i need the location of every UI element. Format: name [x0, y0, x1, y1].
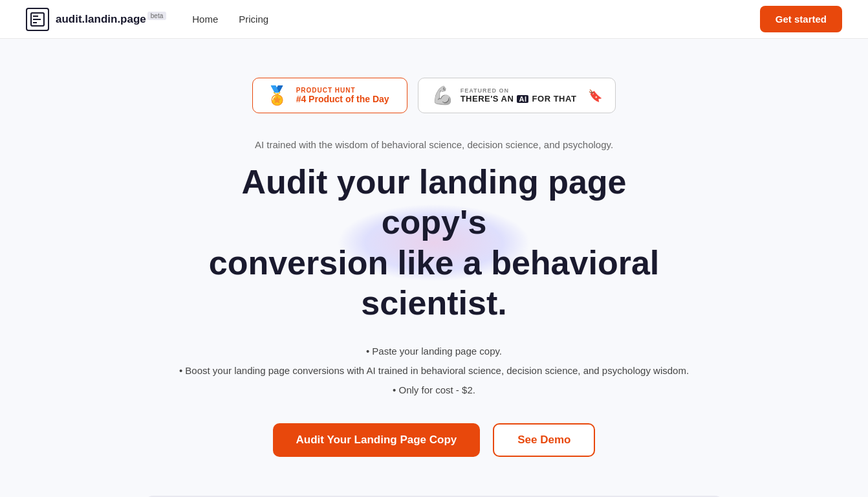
ai-for-that-badge[interactable]: 💪 FEATURED ON THERE'S AN AI FOR THAT 🔖	[418, 78, 616, 113]
hero-bullets: • Paste your landing page copy. • Boost …	[179, 342, 689, 400]
beta-badge: beta	[147, 12, 166, 20]
bullet-1: • Paste your landing page copy.	[179, 342, 689, 361]
logo-text: audit.landin.pagebeta	[56, 12, 166, 26]
bookmark-icon: 🔖	[588, 89, 602, 103]
product-hunt-text: PRODUCT HUNT #4 Product of the Day	[296, 87, 389, 104]
svg-rect-1	[33, 16, 38, 17]
audit-cta-button[interactable]: Audit Your Landing Page Copy	[273, 423, 481, 457]
ai-for-that-icon: 💪	[431, 85, 454, 106]
cta-row: Audit Your Landing Page Copy See Demo	[273, 423, 596, 457]
bullet-3: • Only for cost - $2.	[179, 381, 689, 400]
logo-icon	[26, 8, 49, 31]
headline-line2: conversion like a behavioral scientist.	[209, 244, 660, 322]
navbar: audit.landin.pagebeta Home Pricing Get s…	[0, 0, 868, 39]
product-hunt-badge[interactable]: 🏅 PRODUCT HUNT #4 Product of the Day	[252, 78, 407, 113]
hero-headline: Audit your landing page copy's conversio…	[195, 162, 673, 324]
get-started-button[interactable]: Get started	[760, 6, 842, 32]
main-content: 🏅 PRODUCT HUNT #4 Product of the Day 💪 F…	[0, 39, 868, 497]
navbar-left: audit.landin.pagebeta Home Pricing	[26, 8, 268, 31]
product-hunt-title: #4 Product of the Day	[296, 94, 389, 104]
product-hunt-label: PRODUCT HUNT	[296, 87, 389, 94]
headline-line1: Audit your landing page copy's	[241, 163, 626, 241]
hero-subtitle: AI trained with the wisdom of behavioral…	[255, 139, 613, 150]
ai-for-that-title: THERE'S AN AI FOR THAT	[461, 94, 577, 104]
nav-pricing[interactable]: Pricing	[239, 14, 268, 25]
nav-links: Home Pricing	[192, 14, 268, 25]
demo-cta-button[interactable]: See Demo	[493, 423, 595, 457]
badges-row: 🏅 PRODUCT HUNT #4 Product of the Day 💪 F…	[252, 78, 616, 113]
svg-rect-3	[33, 22, 37, 23]
ai-for-that-label: FEATURED ON	[461, 87, 577, 94]
svg-rect-2	[33, 19, 41, 20]
product-hunt-icon: 🏅	[266, 85, 288, 106]
bullet-2: • Boost your landing page conversions wi…	[179, 361, 689, 381]
ai-for-that-text: FEATURED ON THERE'S AN AI FOR THAT	[461, 87, 577, 104]
nav-home[interactable]: Home	[192, 14, 218, 25]
logo[interactable]: audit.landin.pagebeta	[26, 8, 166, 31]
